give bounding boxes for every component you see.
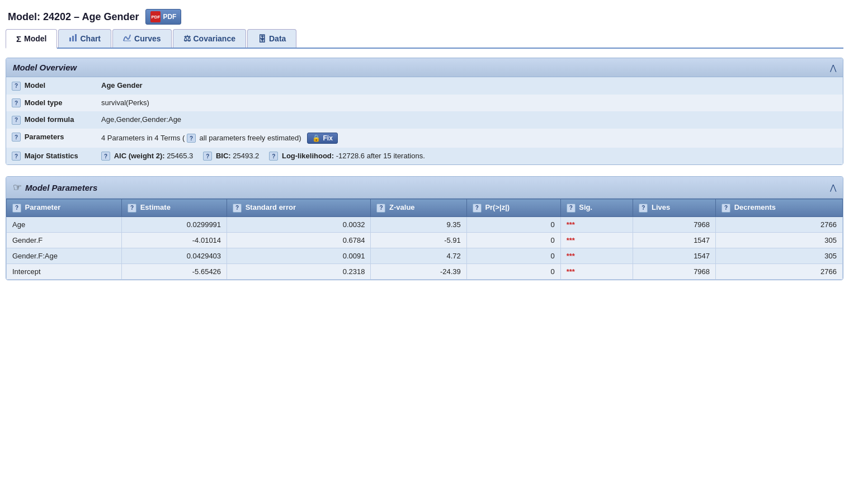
- model-help-icon[interactable]: ?: [12, 82, 21, 91]
- bic-help-icon[interactable]: ?: [203, 152, 212, 161]
- pdf-label: PDF: [163, 13, 176, 21]
- param-lives: 7968: [633, 216, 716, 232]
- tab-model[interactable]: Σ Model: [6, 29, 57, 49]
- param-name: Gender.F:Age: [7, 248, 122, 263]
- param-zvalue: 9.35: [371, 216, 466, 232]
- chart-tab-icon: [69, 34, 77, 44]
- param-decrements: 305: [716, 232, 843, 248]
- parameters-label-cell: ? Parameters: [6, 129, 96, 148]
- model-overview-collapse[interactable]: ⋀: [830, 63, 836, 72]
- overview-row-model: ? Model Age Gender: [6, 77, 843, 95]
- param-stderr: 0.6784: [227, 232, 371, 248]
- col-lives-help[interactable]: ?: [639, 204, 648, 213]
- parameters-text: 4 Parameters in 4 Terms (: [101, 134, 185, 142]
- ll-help-icon[interactable]: ?: [269, 152, 278, 161]
- statistics-help-icon[interactable]: ?: [12, 152, 21, 161]
- parameters-table: ? Parameter ? Estimate ? Standard error …: [6, 199, 843, 280]
- aic-value: 25465.3: [167, 152, 193, 160]
- overview-row-parameters: ? Parameters 4 Parameters in 4 Terms ( ?…: [6, 129, 843, 148]
- svg-rect-0: [69, 37, 71, 41]
- curves-tab-icon: [123, 34, 131, 44]
- model-parameters-collapse[interactable]: ⋀: [830, 183, 836, 192]
- aic-help-icon[interactable]: ?: [101, 152, 110, 161]
- col-z-value: ? Z-value: [371, 199, 466, 217]
- col-decrements-help[interactable]: ?: [721, 204, 730, 213]
- parameters-free-help-icon[interactable]: ?: [187, 134, 196, 143]
- param-lives: 7968: [633, 263, 716, 279]
- tab-data[interactable]: 🗄 Data: [247, 29, 296, 48]
- param-sig: ***: [560, 232, 633, 248]
- param-sig: ***: [560, 216, 633, 232]
- col-stderr-help[interactable]: ?: [233, 204, 242, 213]
- formula-help-icon[interactable]: ?: [12, 116, 21, 125]
- formula-label-cell: ? Model formula: [6, 111, 96, 129]
- aic-label: AIC (weight 2):: [114, 152, 165, 160]
- tab-covariance-label: Covariance: [194, 34, 235, 43]
- formula-label: Model formula: [25, 115, 74, 124]
- svg-rect-2: [75, 34, 77, 41]
- sig-stars: ***: [567, 252, 575, 260]
- param-decrements: 2766: [716, 216, 843, 232]
- tab-chart[interactable]: Chart: [58, 29, 111, 48]
- col-zvalue-help[interactable]: ?: [376, 204, 385, 213]
- tab-curves-label: Curves: [134, 34, 161, 43]
- col-pr-help[interactable]: ?: [473, 204, 482, 213]
- col-parameter-help[interactable]: ?: [12, 204, 21, 213]
- fix-icon: 🔒: [312, 134, 320, 142]
- tab-covariance[interactable]: ⚖ Covariance: [173, 29, 246, 48]
- param-pr: 0: [466, 216, 560, 232]
- data-tab-icon: 🗄: [258, 34, 266, 44]
- parameters-free-text: all parameters freely estimated): [200, 134, 301, 142]
- statistics-value-cell: ? AIC (weight 2): 25465.3 ? BIC: 25493.2…: [96, 148, 843, 165]
- overview-row-formula: ? Model formula Age,Gender,Gender:Age: [6, 111, 843, 129]
- params-row-0: Age0.02999910.00329.350***79682766: [7, 216, 843, 232]
- model-label-cell: ? Model: [6, 77, 96, 95]
- params-row-3: Intercept-5.654260.2318-24.390***7968276…: [7, 263, 843, 279]
- param-zvalue: -5.91: [371, 232, 466, 248]
- modeltype-value-cell: survival(Perks): [96, 95, 843, 112]
- params-row-1: Gender.F-4.010140.6784-5.910***1547305: [7, 232, 843, 248]
- ll-value: -12728.6 after 15 iterations.: [336, 152, 425, 160]
- param-pr: 0: [466, 263, 560, 279]
- param-estimate: -5.65426: [122, 263, 227, 279]
- bic-value: 25493.2: [233, 152, 259, 160]
- param-name: Gender.F: [7, 232, 122, 248]
- param-zvalue: 4.72: [371, 248, 466, 263]
- param-decrements: 2766: [716, 263, 843, 279]
- col-decrements: ? Decrements: [716, 199, 843, 217]
- parameters-value-cell: 4 Parameters in 4 Terms ( ? all paramete…: [96, 129, 843, 148]
- formula-value: Age,Gender,Gender:Age: [101, 115, 181, 124]
- col-parameter: ? Parameter: [7, 199, 122, 217]
- modeltype-label: Model type: [25, 98, 63, 107]
- formula-value-cell: Age,Gender,Gender:Age: [96, 111, 843, 129]
- sig-stars: ***: [567, 267, 575, 276]
- pdf-button[interactable]: PDF PDF: [145, 9, 181, 25]
- param-sig: ***: [560, 248, 633, 263]
- param-pr: 0: [466, 232, 560, 248]
- model-value-cell: Age Gender: [96, 77, 843, 95]
- fix-label: Fix: [323, 134, 332, 142]
- hand-cursor-icon: ☞: [13, 181, 22, 194]
- page-header: Model: 24202 – Age Gender PDF PDF: [6, 6, 843, 29]
- param-name: Intercept: [7, 263, 122, 279]
- pdf-icon: PDF: [150, 11, 161, 22]
- col-pr: ? Pr(>|z|): [466, 199, 560, 217]
- tabs-bar: Σ Model Chart Curves ⚖ Covariance 🗄 Data: [6, 29, 843, 49]
- overview-table: ? Model Age Gender ? Model type survival…: [6, 77, 843, 164]
- model-label: Model: [25, 81, 46, 90]
- col-sig-help[interactable]: ?: [567, 204, 576, 213]
- model-params-header-inner: ☞ Model Parameters: [13, 181, 97, 194]
- params-row-2: Gender.F:Age0.04294030.00914.720***15473…: [7, 248, 843, 263]
- col-estimate-help[interactable]: ?: [128, 204, 136, 213]
- model-value: Age Gender: [101, 81, 143, 90]
- param-estimate: 0.0429403: [122, 248, 227, 263]
- modeltype-help-icon[interactable]: ?: [12, 98, 21, 107]
- parameters-help-icon[interactable]: ?: [12, 133, 21, 142]
- param-decrements: 305: [716, 248, 843, 263]
- tab-curves[interactable]: Curves: [112, 29, 171, 48]
- fix-button[interactable]: 🔒 Fix: [307, 133, 337, 144]
- param-lives: 1547: [633, 248, 716, 263]
- statistics-label: Major Statistics: [25, 152, 78, 160]
- modeltype-value: survival(Perks): [101, 98, 149, 107]
- modeltype-label-cell: ? Model type: [6, 95, 96, 112]
